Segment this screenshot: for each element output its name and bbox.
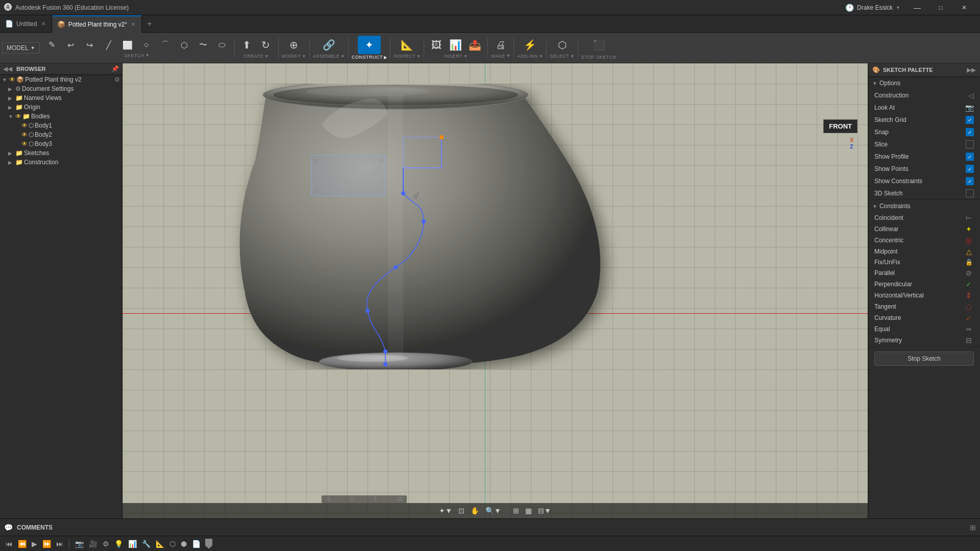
bottom-tool4[interactable]: 💡 — [113, 540, 125, 548]
add-tab-button[interactable]: + — [142, 19, 157, 29]
tree-item-construction[interactable]: ▶ 📁 Construction — [0, 158, 122, 167]
option-3dsketch[interactable]: 3D Sketch — [868, 187, 980, 199]
showpoints-checkbox[interactable] — [966, 165, 974, 173]
tree-item-root[interactable]: ▼ 👁 📦 Potted Plant thing v2 ⚙ — [0, 75, 122, 84]
constraint-parallel[interactable]: Parallel ⊘ — [868, 267, 980, 279]
create-more-btn[interactable]: ↻ — [257, 37, 275, 53]
tab-untitled[interactable]: 📄 Untitled ✕ — [0, 15, 52, 33]
constraint-fixunfix[interactable]: Fix/UnFix 🔒 — [868, 257, 980, 267]
root-settings-icon[interactable]: ⚙ — [114, 76, 120, 83]
tree-item-sketches[interactable]: ▶ 📁 Sketches — [0, 148, 122, 158]
arc-btn[interactable]: ⌒ — [156, 38, 175, 53]
construct-btn[interactable]: ✦ — [358, 36, 381, 54]
insert-btn3[interactable]: 📤 — [465, 37, 484, 53]
insert-btn[interactable]: 🖼 — [427, 37, 446, 53]
addins-btn[interactable]: ⚡ — [521, 37, 540, 53]
tab-untitled-close[interactable]: ✕ — [40, 20, 46, 28]
option-showconstraints[interactable]: Show Constraints — [868, 175, 980, 187]
bottom-tool6[interactable]: 🔧 — [140, 540, 152, 548]
bottom-tool1[interactable]: 📷 — [74, 540, 85, 548]
line-btn[interactable]: ╱ — [100, 38, 118, 52]
option-showprofile[interactable]: Show Profile — [868, 151, 980, 163]
assemble-btn[interactable]: 🔗 — [320, 37, 338, 53]
option-snap[interactable]: Snap — [868, 126, 980, 138]
tab-potted-plant[interactable]: 📦 Potted Plant thing v2° ✕ — [52, 15, 142, 33]
select-dropdown[interactable]: ▼ — [570, 54, 574, 59]
select-btn[interactable]: ⬡ — [553, 37, 572, 53]
option-showpoints[interactable]: Show Points — [868, 163, 980, 175]
vp-view-btn2[interactable]: ▦ — [523, 507, 534, 515]
tree-item-bodies[interactable]: ▼ 👁 📁 Bodies — [0, 112, 122, 121]
create-btn[interactable]: ⬆ — [238, 37, 256, 53]
tree-item-body3[interactable]: 👁 ⬡ Body3 — [0, 139, 122, 148]
bottom-tool2[interactable]: 🎥 — [87, 540, 99, 548]
constraint-curvature[interactable]: Curvature ↙ — [868, 312, 980, 323]
options-section-header[interactable]: ▼ Options — [868, 77, 980, 89]
bottom-tool5[interactable]: 📊 — [127, 540, 138, 548]
constraint-horizontalvertical[interactable]: Horizontal/Vertical ⇕ — [868, 290, 980, 301]
constraint-concentric[interactable]: Concentric ◎ — [868, 235, 980, 246]
vp-pan-btn[interactable]: ✋ — [469, 507, 481, 515]
bottom-timeline-marker[interactable] — [205, 539, 212, 549]
user-name[interactable]: Drake Essick — [857, 4, 893, 11]
constraint-coincident[interactable]: Coincident ⊢ — [868, 212, 980, 223]
comments-expand-btn[interactable]: ⊞ — [970, 523, 976, 532]
addins-dropdown[interactable]: ▼ — [539, 54, 543, 59]
play-prev-btn[interactable]: ⏪ — [16, 540, 28, 548]
tree-item-named-views[interactable]: ▶ 📁 Named Views — [0, 93, 122, 103]
play-next-btn[interactable]: ⏩ — [41, 540, 53, 548]
construct-dropdown[interactable]: ▶ — [384, 55, 387, 60]
vp-grid-btn[interactable]: ⊟▼ — [536, 507, 553, 515]
modify-btn[interactable]: ⊕ — [285, 37, 303, 53]
inspect-btn[interactable]: 📐 — [398, 37, 416, 53]
play-end-btn[interactable]: ⏭ — [55, 540, 65, 548]
option-construction[interactable]: Construction ◁ — [868, 89, 980, 102]
polygon-btn[interactable]: ⬡ — [175, 38, 193, 52]
make-dropdown[interactable]: ▼ — [506, 54, 510, 58]
tree-item-origin[interactable]: ▶ 📁 Origin — [0, 103, 122, 112]
rect-btn[interactable]: ⬜ — [118, 38, 137, 52]
inspect-dropdown[interactable]: ▼ — [416, 54, 421, 59]
option-lookat[interactable]: Look At 📷 — [868, 102, 980, 114]
palette-expand[interactable]: ▶▶ — [967, 66, 976, 73]
make-btn[interactable]: 🖨 — [492, 37, 510, 53]
browser-collapse-btn[interactable]: ◀◀ — [3, 65, 12, 72]
user-dropdown-arrow[interactable]: ▼ — [896, 5, 900, 10]
option-slice[interactable]: Slice — [868, 138, 980, 151]
sketch-dropdown[interactable]: ▼ — [145, 53, 150, 58]
sketchgrid-checkbox[interactable] — [966, 116, 974, 124]
slice-checkbox[interactable] — [966, 140, 974, 148]
constraint-symmetry[interactable]: Symmetry ⊟ — [868, 335, 980, 346]
vp-cursor-btn[interactable]: ✦▼ — [437, 507, 454, 515]
play-begin-btn[interactable]: ⏮ — [4, 540, 14, 548]
play-play-btn[interactable]: ▶ — [30, 540, 39, 548]
vp-view-btn1[interactable]: ⊞ — [511, 507, 521, 515]
restore-button[interactable]: □ — [929, 0, 952, 15]
bottom-tool10[interactable]: 📄 — [190, 540, 202, 548]
tree-item-body1[interactable]: 👁 ⬡ Body1 — [0, 121, 122, 130]
showprofile-checkbox[interactable] — [966, 153, 974, 161]
redo-btn[interactable]: ↪ — [81, 38, 99, 52]
constraint-equal[interactable]: Equal ═ — [868, 323, 980, 335]
snap-checkbox[interactable] — [966, 128, 974, 136]
bottom-tool8[interactable]: ⬡ — [168, 540, 177, 548]
sketch3d-checkbox[interactable] — [966, 189, 974, 197]
constraint-tangent[interactable]: Tangent ◌ — [868, 301, 980, 312]
ellipse-btn[interactable]: ⬭ — [213, 38, 231, 52]
spline-btn[interactable]: 〜 — [194, 38, 212, 53]
tree-item-body2[interactable]: 👁 ⬡ Body2 — [0, 130, 122, 139]
create-dropdown[interactable]: ▼ — [264, 54, 268, 59]
bottom-tool9[interactable]: ⬢ — [179, 540, 188, 548]
close-button[interactable]: ✕ — [952, 0, 976, 15]
showconstraints-checkbox[interactable] — [966, 177, 974, 185]
viewport[interactable]: .sketch-line { stroke: #4466ff; stroke-w… — [122, 63, 868, 518]
modify-dropdown[interactable]: ▼ — [302, 54, 306, 59]
assemble-dropdown[interactable]: ▼ — [341, 54, 345, 59]
undo-btn[interactable]: ↩ — [62, 38, 80, 52]
constraint-midpoint[interactable]: Midpoint △ — [868, 246, 980, 257]
stop-sketch-icon-btn[interactable]: ⬛ — [587, 36, 610, 54]
finish-sketch-btn[interactable]: ✎ — [43, 39, 61, 51]
constraints-section-header[interactable]: ▼ Constraints — [868, 200, 980, 212]
tab-potted-close[interactable]: ✕ — [130, 20, 136, 28]
model-dropdown[interactable]: MODEL ▼ — [2, 42, 40, 54]
